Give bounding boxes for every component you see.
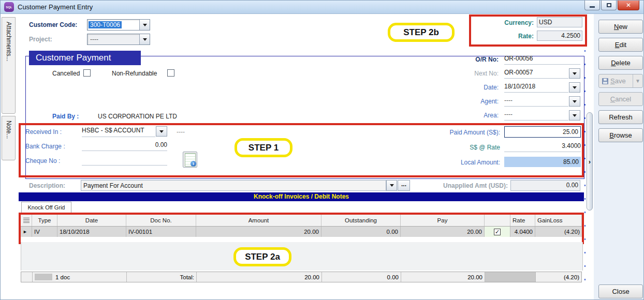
doc-count-text: 1 doc: [55, 274, 70, 280]
customer-code-dropdown-arrow[interactable]: [139, 20, 150, 30]
bank-charge-field[interactable]: 0.00: [82, 141, 167, 151]
new-button[interactable]: New: [598, 20, 643, 34]
customer-code-label: Customer Code:: [29, 21, 77, 28]
col-pay[interactable]: Pay: [401, 215, 485, 226]
col-amount[interactable]: Amount: [196, 215, 321, 226]
cell-pay: 20.00: [401, 227, 485, 237]
agent-label: Agent:: [412, 98, 499, 105]
next-no-value[interactable]: OR-00057: [504, 69, 568, 79]
cancelled-label: Cancelled: [52, 70, 80, 77]
cell-date: 18/10/2018: [57, 227, 126, 237]
description-field[interactable]: Payment For Account: [81, 180, 386, 191]
paid-by-label: Paid By :: [52, 113, 79, 120]
area-value[interactable]: ----: [504, 111, 568, 121]
section-title: Customer Payment: [29, 51, 141, 65]
date-label: Date:: [412, 84, 499, 91]
cell-doc-no: IV-00101: [126, 227, 196, 237]
step-2b-badge: STEP 2b: [388, 23, 455, 42]
edit-button[interactable]: Edit: [598, 38, 643, 52]
received-in-value[interactable]: HSBC - S$ ACCOUNT: [82, 127, 155, 137]
date-dropdown-arrow[interactable]: [569, 82, 580, 93]
minimize-icon: [590, 6, 595, 8]
footer-doc-count: 1 doc: [33, 272, 127, 282]
save-icon: [602, 78, 608, 84]
cancelled-checkbox[interactable]: [83, 69, 91, 77]
footer-pay-total: 20.00: [401, 272, 485, 282]
row-selector-icon[interactable]: [21, 215, 32, 226]
title-bar: SQL Customer Payment Entry ✕: [1, 1, 643, 14]
close-button[interactable]: Close: [598, 284, 643, 298]
cell-rate: 4.0400: [510, 227, 535, 237]
cell-type: IV: [32, 227, 57, 237]
step-2a-badge: STEP 2a: [233, 247, 291, 266]
project-value: ----: [89, 36, 100, 43]
grid-footer-row: 1 doc Total: 20.00 0.00 20.00 (4.20): [21, 272, 582, 282]
customer-code-combobox[interactable]: 300-T0006: [87, 19, 150, 31]
save-button[interactable]: Save▼: [598, 74, 643, 88]
collapse-panel-arrow[interactable]: [587, 112, 593, 211]
received-in-label: Received In :: [25, 128, 62, 136]
footer-selector-cell: [21, 272, 33, 282]
received-in-dropdown-arrow[interactable]: [156, 126, 167, 137]
col-check[interactable]: [485, 215, 510, 226]
project-dropdown-arrow[interactable]: [139, 34, 150, 44]
restore-button[interactable]: [601, 1, 617, 10]
tab-attachments-label: Attachments...: [5, 22, 12, 62]
area-label: Area:: [412, 112, 499, 119]
knockoff-checkbox[interactable]: ✓: [494, 229, 501, 235]
panel-right-dashed-border: [584, 50, 586, 282]
close-window-button[interactable]: ✕: [618, 1, 639, 10]
unapplied-amt-field: 0.00: [510, 180, 580, 191]
minimize-button[interactable]: [584, 1, 600, 10]
delete-button[interactable]: Delete: [598, 56, 643, 70]
currency-label: Currency:: [482, 19, 534, 26]
area-dropdown-arrow[interactable]: [569, 110, 580, 121]
footer-gainloss-total: (4.20): [536, 272, 581, 282]
grid-empty-area: [21, 242, 583, 271]
refresh-button[interactable]: Refresh: [598, 110, 643, 124]
browse-button[interactable]: Browse: [598, 128, 643, 142]
cheque-no-field[interactable]: [82, 156, 167, 166]
cheque-ledger-info-button[interactable]: i: [183, 152, 197, 168]
cancel-button[interactable]: Cancel: [598, 92, 643, 106]
date-value[interactable]: 18/10/2018: [504, 83, 568, 93]
cell-outstanding: 0.00: [321, 227, 401, 237]
footer-outstanding-total: 0.00: [322, 272, 401, 282]
app-icon: SQL: [4, 2, 14, 12]
tab-note[interactable]: Note...: [2, 116, 16, 160]
save-dropdown-arrow[interactable]: ▼: [633, 74, 642, 87]
tab-knock-off-grid[interactable]: Knock Off Grid: [21, 202, 71, 213]
project-combobox[interactable]: ----: [87, 34, 150, 45]
currency-field[interactable]: USD: [537, 17, 582, 27]
customer-code-value: 300-T0006: [89, 21, 122, 28]
or-no-value[interactable]: OR-00056: [504, 55, 580, 65]
col-date[interactable]: Date: [57, 215, 126, 226]
cell-amount: 20.00: [196, 227, 321, 237]
restore-icon: [607, 3, 611, 7]
cell-knockoff-check[interactable]: ✓: [485, 227, 510, 237]
col-outstanding[interactable]: Outstanding: [321, 215, 401, 226]
received-in-extra: ----: [177, 128, 185, 136]
window-title: Customer Payment Entry: [18, 3, 93, 11]
col-doc-no[interactable]: Doc No.: [126, 215, 196, 226]
description-ellipsis-button[interactable]: ...: [398, 180, 410, 191]
col-type[interactable]: Type: [32, 215, 57, 226]
col-gainloss[interactable]: GainLoss: [535, 215, 582, 226]
col-rate[interactable]: Rate: [510, 215, 535, 226]
table-row[interactable]: IV 18/10/2018 IV-00101 20.00 0.00 20.00 …: [21, 227, 582, 237]
rate-field[interactable]: 4.2500: [537, 31, 582, 41]
agent-dropdown-arrow[interactable]: [569, 96, 580, 107]
unapplied-amt-label: Unapplied Amt (USD):: [422, 182, 508, 189]
cell-gainloss: (4.20): [535, 227, 582, 237]
paid-amount-input[interactable]: 25.00: [504, 126, 581, 138]
ss-rate-label: S$ @ Rate: [415, 144, 500, 151]
agent-value[interactable]: ----: [504, 97, 568, 107]
tab-attachments[interactable]: Attachments...: [2, 17, 16, 114]
footer-total-label: Total:: [127, 272, 197, 282]
current-row-arrow-icon: [21, 227, 32, 237]
ss-rate-value: 3.4000: [504, 142, 581, 152]
non-refundable-checkbox[interactable]: [167, 69, 174, 77]
description-dropdown-arrow[interactable]: [386, 180, 397, 191]
next-no-dropdown-arrow[interactable]: [569, 68, 580, 79]
tab-note-label: Note...: [5, 121, 12, 139]
